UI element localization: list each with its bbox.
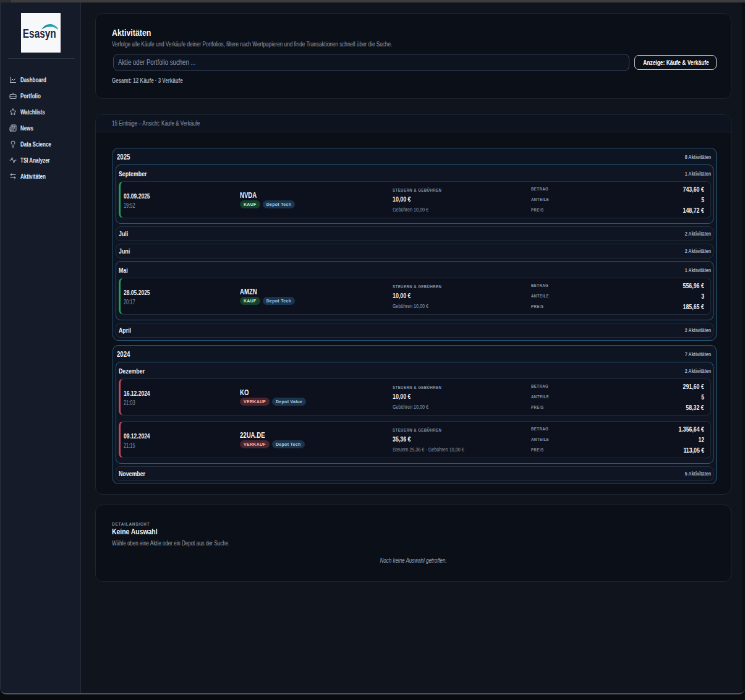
svg-text:Esasyn: Esasyn — [23, 27, 56, 40]
